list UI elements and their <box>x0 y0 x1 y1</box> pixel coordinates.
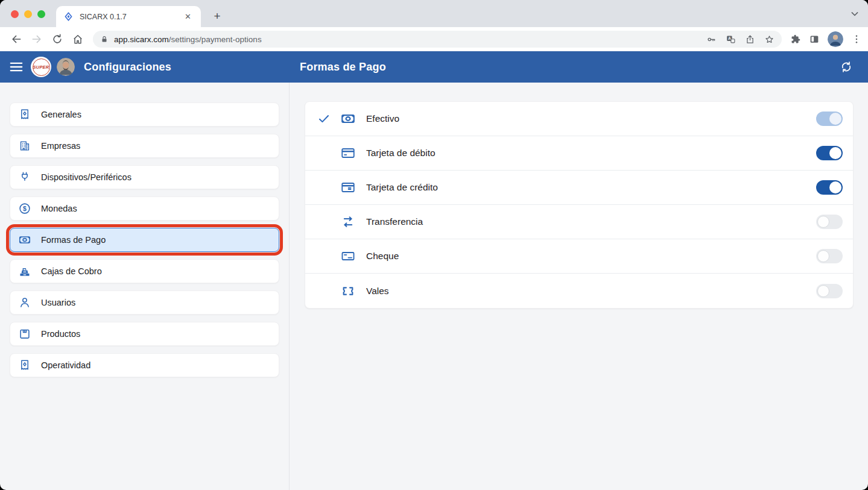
cheque-icon <box>340 248 356 264</box>
company-logo-text: SUPER <box>33 64 49 70</box>
toggle-thumb <box>829 113 841 125</box>
sidebar-item-label: Usuarios <box>41 298 75 307</box>
close-window-button[interactable] <box>11 10 19 18</box>
sidebar-item-label: Productos <box>41 329 80 339</box>
omnibox-actions: A <box>706 34 775 45</box>
extensions-puzzle-icon[interactable] <box>790 34 801 45</box>
bookmark-star-icon[interactable] <box>764 34 775 45</box>
url-text: app.sicarx.com/settings/payment-options <box>114 35 262 44</box>
toggle-efectivo[interactable] <box>816 112 843 126</box>
sidebar-item-empresas[interactable]: Empresas <box>10 134 279 158</box>
payment-label: Transferencia <box>366 216 423 227</box>
address-bar[interactable]: app.sicarx.com/settings/payment-options … <box>93 31 782 48</box>
toggle-thumb <box>829 147 841 159</box>
close-tab-icon[interactable]: ✕ <box>182 11 194 22</box>
payment-row-vales: Vales <box>305 274 853 308</box>
sidebar-item-label: Operatividad <box>41 360 90 370</box>
payment-label: Cheque <box>366 251 399 262</box>
sicarx-favicon-diamond-icon <box>63 11 74 22</box>
browser-profile-avatar[interactable] <box>828 31 843 47</box>
minimize-window-button[interactable] <box>24 10 32 18</box>
payment-row-tarjeta-debito: Tarjeta de débito <box>305 136 853 171</box>
sidebar-item-label: Monedas <box>41 204 77 213</box>
transfer-arrows-icon <box>340 214 356 230</box>
sidebar-item-formas-de-pago[interactable]: Formas de Pago <box>10 228 279 252</box>
app-header-left: SUPER Configuraciones <box>0 57 290 77</box>
browser-menu-dots-icon[interactable] <box>851 34 862 45</box>
lock-icon[interactable] <box>100 35 109 43</box>
sidebar-item-monedas[interactable]: $ Monedas <box>10 196 279 221</box>
debit-card-icon <box>340 145 356 161</box>
browser-toolbar: app.sicarx.com/settings/payment-options … <box>0 27 868 51</box>
banknote-icon <box>18 233 31 247</box>
refresh-icon[interactable] <box>839 60 854 74</box>
sidebar-item-productos[interactable]: Productos <box>10 322 279 346</box>
back-icon[interactable] <box>10 33 22 45</box>
receipt-icon <box>18 108 31 121</box>
section-title: Formas de Pago <box>290 61 839 74</box>
toggle-thumb <box>817 216 829 228</box>
check-icon <box>317 112 331 125</box>
reload-icon[interactable] <box>51 33 63 45</box>
toggle-vales[interactable] <box>816 284 843 298</box>
url-path: /settings/payment-options <box>169 35 262 44</box>
payment-row-efectivo: Efectivo <box>305 102 853 136</box>
user-icon <box>18 296 31 309</box>
user-avatar[interactable] <box>57 58 75 76</box>
share-icon[interactable] <box>745 34 755 45</box>
page-title: Configuraciones <box>84 61 171 74</box>
receipt-icon <box>18 359 31 372</box>
tabstrip-chevron-down-icon[interactable] <box>849 8 861 20</box>
app-header: SUPER Configuraciones Formas de Pago <box>0 51 868 83</box>
browser-tab[interactable]: SICARX 0.1.7 ✕ <box>56 6 201 27</box>
sidebar-item-label: Empresas <box>41 141 80 151</box>
side-panel-icon[interactable] <box>809 34 820 45</box>
settings-sidebar: Generales Empresas Dispositivos/Periféri… <box>0 83 290 490</box>
password-key-icon[interactable] <box>706 34 717 45</box>
toggle-thumb <box>829 181 841 193</box>
payment-label: Vales <box>366 286 389 297</box>
plug-icon <box>18 171 31 184</box>
forward-icon[interactable] <box>31 33 43 45</box>
payment-label: Efectivo <box>366 113 399 124</box>
banknote-icon <box>340 111 356 127</box>
home-icon[interactable] <box>72 33 84 45</box>
toggle-cheque[interactable] <box>816 249 843 263</box>
translate-icon[interactable]: A <box>726 34 736 45</box>
sidebar-item-label: Generales <box>41 110 81 119</box>
url-host: app.sicarx.com <box>114 35 169 44</box>
package-icon <box>18 327 31 341</box>
toggle-thumb <box>817 285 829 297</box>
payment-row-tarjeta-credito: Tarjeta de crédito <box>305 171 853 205</box>
new-tab-button[interactable]: + <box>209 8 225 24</box>
sidebar-item-label: Dispositivos/Periféricos <box>41 172 131 182</box>
tab-strip: SICARX 0.1.7 ✕ + <box>0 0 868 27</box>
toggle-tarjeta-credito[interactable] <box>816 180 843 195</box>
toggle-thumb <box>817 250 829 262</box>
toggle-transferencia[interactable] <box>816 215 843 229</box>
payment-row-transferencia: Transferencia <box>305 205 853 239</box>
payment-row-cheque: Cheque <box>305 239 853 274</box>
sidebar-item-operatividad[interactable]: Operatividad <box>10 353 279 377</box>
svg-text:A: A <box>728 36 731 40</box>
svg-text:$: $ <box>23 205 27 212</box>
payment-label: Tarjeta de débito <box>366 148 436 159</box>
sidebar-item-cajas-de-cobro[interactable]: Cajas de Cobro <box>10 259 279 283</box>
sidebar-item-usuarios[interactable]: Usuarios <box>10 291 279 315</box>
hamburger-menu-icon[interactable] <box>8 59 24 75</box>
sidebar-item-generales[interactable]: Generales <box>10 102 279 127</box>
sidebar-item-label: Cajas de Cobro <box>41 266 102 276</box>
payment-options-card: Efectivo Tarjeta de débito T <box>305 101 854 309</box>
building-icon <box>18 139 31 152</box>
payment-label: Tarjeta de crédito <box>366 182 438 193</box>
dollar-coin-icon: $ <box>18 202 31 215</box>
window-controls <box>11 10 45 18</box>
toggle-tarjeta-debito[interactable] <box>816 146 843 160</box>
toolbar-right-cluster <box>790 31 862 47</box>
zoom-window-button[interactable] <box>37 10 45 18</box>
credit-card-icon <box>340 180 356 195</box>
ticket-icon <box>340 283 356 299</box>
cash-register-icon <box>18 265 31 278</box>
sidebar-item-dispositivos[interactable]: Dispositivos/Periféricos <box>10 165 279 189</box>
sidebar-item-label: Formas de Pago <box>41 235 106 245</box>
